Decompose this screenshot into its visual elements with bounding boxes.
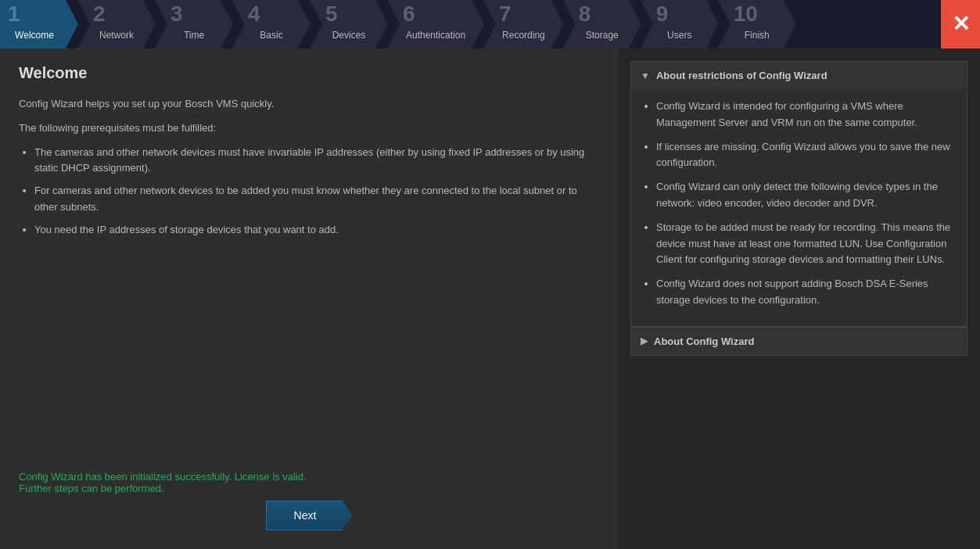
accordion-list-item: If licenses are missing, Config Wizard a… — [656, 139, 954, 172]
status-line1: Config Wizard has been initialized succe… — [19, 471, 599, 483]
nav-step-storage[interactable]: 8 Storage — [563, 0, 641, 48]
nav-steps: 1 Welcome 2 Network 3 Time 4 Basic 5 Dev… — [0, 0, 941, 48]
step-label-network: Network — [99, 30, 134, 41]
right-panel: ▼ About restrictions of Config WizardCon… — [618, 48, 980, 549]
close-icon: ✕ — [952, 13, 970, 35]
accordion-section-restrictions: ▼ About restrictions of Config WizardCon… — [630, 61, 967, 327]
nav-step-authentication[interactable]: 6 Authentication — [387, 0, 484, 48]
prereq-item: You need the IP addresses of storage dev… — [34, 222, 599, 239]
step-number-authentication: 6 — [403, 3, 415, 25]
accordion-list-item: Storage to be added must be ready for re… — [656, 220, 954, 268]
step-label-finish: Finish — [745, 30, 770, 41]
step-label-recording: Recording — [502, 30, 545, 41]
step-label-storage: Storage — [586, 30, 619, 41]
nav-step-users[interactable]: 9 Users — [641, 0, 719, 48]
step-number-devices: 5 — [325, 3, 338, 25]
next-button[interactable]: Next — [266, 501, 352, 530]
intro-text: Config Wizard helps you set up your Bosc… — [19, 96, 599, 113]
step-label-welcome: Welcome — [15, 30, 54, 41]
prereq-item: For cameras and other network devices to… — [34, 183, 599, 216]
page-title: Welcome — [19, 64, 599, 82]
nav-step-welcome[interactable]: 1 Welcome — [0, 0, 78, 48]
accordion-arrow-about: ▶ — [641, 336, 648, 346]
step-number-welcome: 1 — [8, 3, 20, 25]
accordion-arrow-restrictions: ▼ — [641, 70, 650, 81]
step-number-network: 2 — [93, 3, 106, 25]
nav-step-recording[interactable]: 7 Recording — [483, 0, 564, 48]
step-label-basic: Basic — [260, 30, 282, 41]
step-label-authentication: Authentication — [406, 30, 465, 41]
step-label-devices: Devices — [332, 30, 366, 41]
accordion-list-item: Config Wizard is intended for configurin… — [656, 99, 954, 131]
step-number-time: 3 — [171, 3, 183, 25]
step-number-storage: 8 — [579, 3, 591, 25]
bottom-bar: Next — [19, 494, 599, 533]
prereq-list: The cameras and other network devices mu… — [34, 145, 599, 239]
top-navigation: 1 Welcome 2 Network 3 Time 4 Basic 5 Dev… — [0, 0, 980, 48]
step-number-finish: 10 — [734, 3, 758, 25]
step-number-recording: 7 — [499, 3, 512, 25]
step-number-users: 9 — [656, 3, 669, 25]
step-number-basic: 4 — [248, 3, 260, 25]
nav-step-time[interactable]: 3 Time — [155, 0, 233, 48]
accordion-container: ▼ About restrictions of Config WizardCon… — [630, 61, 967, 356]
prereq-heading: The following prerequisites must be fulf… — [19, 120, 599, 137]
content-body: Config Wizard helps you set up your Bosc… — [19, 96, 599, 245]
accordion-body-restrictions: Config Wizard is intended for configurin… — [631, 89, 967, 326]
accordion-title-about: About Config Wizard — [654, 336, 754, 347]
nav-step-network[interactable]: 2 Network — [77, 0, 156, 48]
accordion-title-restrictions: About restrictions of Config Wizard — [656, 70, 827, 81]
close-button[interactable]: ✕ — [941, 0, 980, 48]
nav-step-devices[interactable]: 5 Devices — [310, 0, 388, 48]
accordion-section-about: ▶ About Config Wizard — [630, 327, 967, 356]
status-line2: Further steps can be performed. — [19, 483, 599, 494]
nav-step-finish[interactable]: 10 Finish — [718, 0, 796, 48]
nav-step-basic[interactable]: 4 Basic — [232, 0, 311, 48]
step-label-users: Users — [667, 30, 691, 41]
step-label-time: Time — [184, 30, 204, 41]
main-area: Welcome Config Wizard helps you set up y… — [0, 48, 980, 549]
left-panel: Welcome Config Wizard helps you set up y… — [0, 48, 618, 549]
accordion-list-restrictions: Config Wizard is intended for configurin… — [656, 99, 954, 309]
accordion-list-item: Config Wizard does not support adding Bo… — [656, 276, 954, 309]
accordion-header-about[interactable]: ▶ About Config Wizard — [631, 328, 967, 355]
prereq-item: The cameras and other network devices mu… — [34, 145, 599, 178]
status-area: Config Wizard has been initialized succe… — [19, 463, 599, 494]
accordion-list-item: Config Wizard can only detect the follow… — [656, 179, 954, 212]
accordion-header-restrictions[interactable]: ▼ About restrictions of Config Wizard — [631, 62, 967, 89]
